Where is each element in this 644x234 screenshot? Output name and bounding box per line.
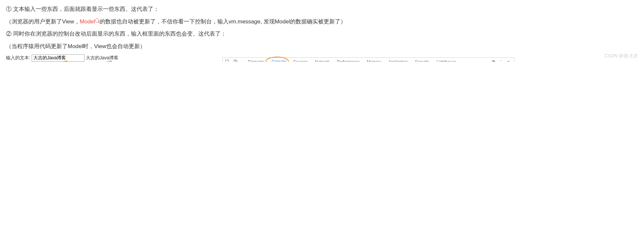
tab-network[interactable]: Network [313, 58, 332, 62]
article-line-2: （浏览器的用户更新了View，Model的数据也自动被更新了，不信你看一下控制台… [6, 16, 638, 28]
watermark: CSDN @@大吉 [604, 53, 637, 59]
tab-memory[interactable]: Memory [365, 58, 383, 62]
svg-rect-0 [226, 60, 229, 61]
close-icon[interactable]: ✕ [507, 60, 511, 62]
tab-application[interactable]: Application [386, 58, 410, 62]
model-keyword: Model [80, 18, 95, 25]
devtools-tabbar: Elements Console Sources Network Perform… [223, 58, 514, 62]
tab-elements[interactable]: Elements [246, 58, 266, 62]
bound-output: 大吉的Java博客 [86, 55, 119, 61]
tab-console[interactable]: Console [270, 58, 288, 62]
device-icon[interactable] [233, 60, 238, 62]
tab-performance[interactable]: Performance [335, 58, 362, 62]
inspect-icon[interactable] [225, 60, 230, 62]
svg-rect-2 [235, 61, 237, 62]
magnifier-icon [95, 18, 100, 23]
article-line-1: ① 文本输入一些东西，后面就跟着显示一些东西。这代表了： [6, 3, 638, 15]
input-label: 输入的文本: [6, 55, 30, 61]
tab-security[interactable]: Security [413, 58, 431, 62]
article-line-4: （当程序猿用代码更新了Model时，View也会自动更新） [6, 41, 638, 52]
gear-icon[interactable] [491, 60, 496, 62]
text-fragment: 的数据也自动被更新了，不信你看一下控制台，输入vm.message, 发现Mod… [100, 18, 346, 25]
article-line-3: ② 同时你在浏览器的控制台改动后面显示的东西，输入框里面的东西也会变。这代表了： [6, 28, 638, 40]
tab-lighthouse[interactable]: Lighthouse [435, 58, 458, 62]
tab-sources[interactable]: Sources [291, 58, 310, 62]
kebab-icon[interactable]: ⋮ [499, 60, 503, 62]
text-fragment: （浏览器的用户更新了View， [6, 18, 80, 25]
text-input[interactable] [32, 54, 84, 62]
devtools-panel: Elements Console Sources Network Perform… [222, 57, 514, 62]
